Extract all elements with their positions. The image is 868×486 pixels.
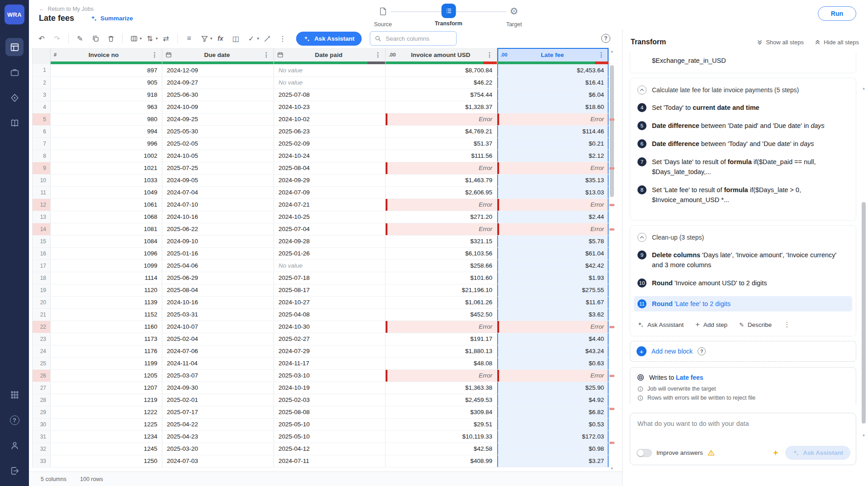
row-number[interactable]: 9: [33, 162, 51, 174]
edit-button[interactable]: ✎: [73, 32, 87, 45]
grid-cell[interactable]: $321.15: [386, 235, 497, 247]
sidebar-item-logout[interactable]: [5, 462, 24, 480]
grid-cell[interactable]: 1021: [51, 162, 162, 174]
row-number[interactable]: 23: [33, 333, 51, 345]
block-title[interactable]: Calculate late fee for late invoice paym…: [652, 86, 799, 94]
grid-cell[interactable]: $43.24: [497, 345, 609, 357]
grid-cell[interactable]: Error: [386, 198, 497, 211]
summarize-button[interactable]: Summarize: [88, 14, 136, 22]
row-number[interactable]: 14: [33, 223, 51, 235]
grid-cell[interactable]: $1.93: [497, 272, 609, 284]
row-number[interactable]: 25: [33, 357, 51, 369]
run-button[interactable]: Run: [818, 6, 856, 21]
grid-cell[interactable]: 2025-04-06: [162, 260, 274, 272]
formula-button[interactable]: fx: [213, 32, 228, 45]
rows-button[interactable]: ≡: [182, 32, 196, 45]
sidebar-item-transform-editor[interactable]: [5, 38, 24, 56]
grid-cell[interactable]: $4,769.21: [386, 125, 497, 137]
grid-cell[interactable]: Error: [497, 198, 609, 211]
grid-cell[interactable]: 2025-01-16: [162, 247, 274, 260]
grid-cell[interactable]: 1081: [51, 223, 162, 235]
transform-step-9[interactable]: 9Delete columns 'Days late', 'Invoice am…: [637, 250, 849, 270]
grid-cell[interactable]: $4.92: [497, 394, 609, 406]
grid-cell[interactable]: 2025-02-05: [162, 137, 274, 150]
grid-cell[interactable]: 2025-04-23: [162, 430, 274, 443]
transform-step-11[interactable]: 11Round 'Late fee' to 2 digits: [634, 296, 852, 311]
sort-menu[interactable]: ⇅▾: [143, 32, 158, 45]
grid-cell[interactable]: Error: [497, 113, 609, 125]
sidebar-item-library[interactable]: [5, 114, 24, 132]
row-number[interactable]: 20: [33, 296, 51, 308]
grid-cell[interactable]: 2024-07-03: [162, 455, 274, 467]
transform-step-4[interactable]: 4Set 'Today' to current date and time: [637, 103, 849, 113]
grid-cell[interactable]: $1,061.26: [386, 296, 497, 308]
grid-cell[interactable]: 2025-07-17: [162, 406, 274, 418]
grid-cell[interactable]: 2024-07-11: [274, 455, 386, 467]
assistant-chat-input[interactable]: [637, 420, 849, 428]
row-number[interactable]: 33: [33, 455, 51, 467]
cleanse-button[interactable]: [260, 32, 274, 45]
grid-cell[interactable]: 1234: [51, 430, 162, 443]
grid-cell[interactable]: $191.17: [386, 333, 497, 345]
grid-cell[interactable]: $16.41: [497, 76, 609, 89]
column-header-invoice-no[interactable]: #Invoice no⋮: [51, 48, 162, 64]
grid-cell[interactable]: $452.50: [386, 308, 497, 321]
grid-cell[interactable]: $18.60: [497, 101, 609, 113]
grid-cell[interactable]: $5.78: [497, 235, 609, 247]
grid-cell[interactable]: 2025-05-30: [162, 125, 274, 137]
scroll-down-icon[interactable]: ▾: [609, 466, 614, 471]
grid-cell[interactable]: Error: [386, 369, 497, 382]
grid-cell[interactable]: $2,459.53: [386, 394, 497, 406]
grid-cell[interactable]: $1,363.38: [386, 382, 497, 394]
grid-cell[interactable]: 918: [51, 89, 162, 101]
redo-button[interactable]: ↷: [50, 32, 64, 45]
sidebar-item-apps[interactable]: [5, 386, 24, 404]
row-number[interactable]: 3: [33, 89, 51, 101]
grid-cell[interactable]: 2024-10-05: [162, 150, 274, 162]
grid-cell[interactable]: $3.27: [497, 455, 609, 467]
grid-cell[interactable]: 1205: [51, 369, 162, 382]
grid-cell[interactable]: 2024-07-09: [274, 186, 386, 198]
grid-cell[interactable]: 2025-06-23: [274, 125, 386, 137]
grid-cell[interactable]: 2024-10-16: [162, 296, 274, 308]
grid-cell[interactable]: 2025-04-08: [274, 308, 386, 321]
grid-cell[interactable]: 2025-05-10: [274, 418, 386, 430]
collapse-block-button[interactable]: [637, 85, 646, 94]
grid-cell[interactable]: Error: [497, 321, 609, 333]
grid-cell[interactable]: 1049: [51, 186, 162, 198]
block-menu-icon[interactable]: ⋮: [783, 321, 790, 329]
transform-step-7[interactable]: 7Set 'Days late' to result of formula if…: [637, 157, 849, 177]
row-number[interactable]: 1: [33, 64, 51, 76]
row-number[interactable]: 7: [33, 137, 51, 150]
toolbar-help-icon[interactable]: ?: [601, 34, 610, 43]
grid-cell[interactable]: 1152: [51, 308, 162, 321]
app-logo[interactable]: WRA: [5, 5, 24, 24]
flow-step-source[interactable]: Source: [350, 4, 416, 28]
grid-cell[interactable]: $1,463.79: [386, 174, 497, 186]
grid-cell[interactable]: 897: [51, 64, 162, 76]
grid-cell[interactable]: Error: [386, 113, 497, 125]
grid-cell[interactable]: 2024-10-07: [162, 321, 274, 333]
panel-scrollbar-thumb[interactable]: [862, 202, 866, 424]
grid-cell[interactable]: 2025-03-10: [274, 369, 386, 382]
row-number[interactable]: 13: [33, 211, 51, 223]
grid-cell[interactable]: 2024-09-28: [274, 235, 386, 247]
grid-cell[interactable]: $172.03: [497, 430, 609, 443]
grid-cell[interactable]: 1219: [51, 394, 162, 406]
grid-cell[interactable]: 1176: [51, 345, 162, 357]
grid-cell[interactable]: 2024-09-25: [162, 113, 274, 125]
grid-cell[interactable]: $6.04: [497, 89, 609, 101]
delete-button[interactable]: [104, 32, 118, 45]
row-number[interactable]: 8: [33, 150, 51, 162]
grid-cell[interactable]: 2024-09-05: [162, 174, 274, 186]
suggestion-spark-icon[interactable]: [772, 449, 779, 457]
grid-cell[interactable]: 1120: [51, 284, 162, 296]
row-number[interactable]: 32: [33, 443, 51, 455]
grid-cell[interactable]: $0.53: [497, 418, 609, 430]
grid-cell[interactable]: 2025-02-04: [162, 333, 274, 345]
grid-cell[interactable]: 905: [51, 76, 162, 89]
grid-cell[interactable]: 2024-10-24: [274, 150, 386, 162]
row-number[interactable]: 11: [33, 186, 51, 198]
grid-cell[interactable]: 2025-04-22: [162, 418, 274, 430]
grid-cell[interactable]: $21,196.10: [386, 284, 497, 296]
